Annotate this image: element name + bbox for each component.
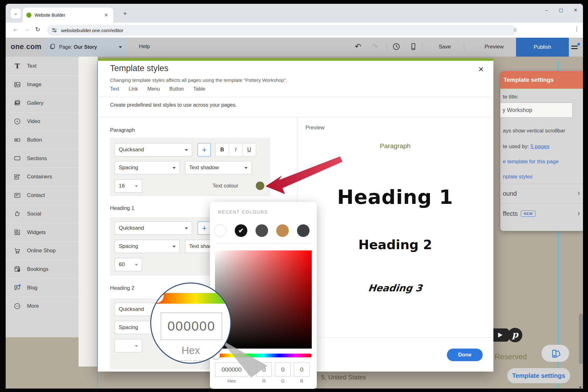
spacing-select[interactable]: Spacing: [115, 240, 180, 253]
browser-tab[interactable]: Website Builder ✕: [23, 8, 113, 23]
tab-link[interactable]: Link: [129, 86, 138, 92]
green-input[interactable]: [275, 362, 291, 377]
recent-colour-swatch[interactable]: [214, 224, 227, 237]
text-icon: T: [13, 62, 21, 70]
redo-icon[interactable]: ↷: [370, 42, 380, 52]
spacing-select[interactable]: Spacing: [115, 161, 180, 174]
sidebar-item-blog[interactable]: Blog: [6, 278, 79, 297]
done-button[interactable]: Done: [447, 349, 483, 361]
reload-icon[interactable]: ↻: [35, 26, 40, 33]
page-icon: [49, 43, 56, 51]
add-style-button[interactable]: +: [198, 143, 211, 156]
sidebar-item-video[interactable]: Video: [6, 112, 79, 131]
sidebar-item-gallery[interactable]: Gallery: [6, 93, 79, 112]
site-title-input[interactable]: [500, 103, 573, 118]
preview-heading3: Heading 3: [296, 283, 494, 294]
red-input[interactable]: [256, 362, 272, 377]
pinterest-icon[interactable]: p: [508, 328, 522, 342]
sidebar-item-button[interactable]: Button: [6, 131, 79, 149]
preview-label: Preview: [305, 125, 324, 131]
undo-icon[interactable]: ↶: [353, 42, 363, 52]
background-row-label[interactable]: ound: [503, 190, 517, 197]
browser-menu-icon[interactable]: ⋮: [574, 26, 579, 32]
magnifier-circle: 000000 Hex: [150, 283, 231, 364]
new-tab-button[interactable]: +: [121, 9, 129, 18]
sidebar-item-online-shop[interactable]: Online Shop: [6, 241, 79, 260]
window-maximize-button[interactable]: ▢: [558, 8, 564, 13]
sidebar-item-more[interactable]: More: [6, 297, 79, 315]
used-by-pages-link[interactable]: 5 pages: [530, 143, 550, 149]
recent-colour-swatch[interactable]: ✔: [235, 224, 247, 237]
sidebar-item-text[interactable]: TText: [6, 57, 79, 75]
close-icon[interactable]: ✕: [478, 65, 484, 74]
sidebar-item-containers[interactable]: Containers: [6, 167, 79, 186]
change-template-link[interactable]: e template for this page: [503, 159, 559, 165]
save-button[interactable]: Save: [439, 44, 451, 50]
chevron-right-icon[interactable]: ›: [577, 188, 580, 198]
forward-icon[interactable]: →: [24, 26, 30, 33]
tab-close-icon[interactable]: ✕: [103, 12, 109, 18]
recent-colour-swatch[interactable]: [297, 224, 310, 237]
sidebar-item-social[interactable]: Social: [6, 204, 79, 223]
bookmark-star-icon[interactable]: ☆: [513, 26, 518, 33]
toolbar-divider: [464, 43, 464, 52]
font-size-select[interactable]: 60: [115, 258, 142, 271]
widgets-icon: [13, 228, 21, 236]
page-selector[interactable]: Page:Our Story: [45, 38, 126, 57]
youtube-icon[interactable]: [491, 328, 509, 342]
hue-slider[interactable]: [215, 354, 312, 357]
back-icon[interactable]: ←: [13, 26, 19, 33]
font-select[interactable]: Quicksand: [115, 143, 192, 156]
tab-menu[interactable]: Menu: [147, 86, 160, 92]
address-bar: ← → ↻ websitebuilder.one.com/editor ☆ ⋮: [6, 23, 583, 38]
gallery-icon: [13, 99, 21, 107]
site-title-label: te title:: [503, 94, 519, 100]
contact-icon: [13, 192, 21, 199]
help-button[interactable]: Help: [139, 43, 150, 50]
sidebar-item-contact[interactable]: Contact: [6, 186, 79, 204]
sidebar-item-widgets[interactable]: Widgets: [6, 223, 79, 241]
font-size-select[interactable]: 16: [115, 179, 142, 193]
sidebar-item-bookings[interactable]: Bookings: [6, 260, 79, 278]
window-minimize-button[interactable]: –: [543, 8, 550, 13]
scrollbar-option-label: ays show vertical scrollbar: [503, 128, 565, 134]
style-swatchbook-button[interactable]: [541, 345, 569, 362]
blue-input[interactable]: [294, 362, 310, 377]
scrollbar-thumb[interactable]: [579, 314, 583, 364]
scrollbar-down-arrow[interactable]: ▼: [578, 385, 582, 389]
text-shadow-select[interactable]: Text shadow: [185, 161, 252, 174]
window-close-button[interactable]: ✕: [572, 8, 579, 13]
tab-button[interactable]: Button: [169, 86, 184, 92]
blue-label: B: [294, 378, 310, 384]
text-colour-swatch[interactable]: [256, 182, 264, 190]
history-icon[interactable]: [392, 42, 401, 52]
url-field[interactable]: websitebuilder.one.com/editor: [47, 25, 516, 36]
underline-button[interactable]: U: [242, 143, 256, 156]
sidebar-item-image[interactable]: Image: [6, 75, 79, 94]
recent-colour-swatch[interactable]: [276, 224, 289, 237]
site-settings-icon[interactable]: [52, 27, 57, 33]
effects-row-label[interactable]: ffectsNEW: [503, 210, 536, 217]
italic-button[interactable]: I: [229, 143, 243, 156]
template-styles-link[interactable]: nplate styles: [503, 174, 533, 180]
font-size-select[interactable]: [115, 339, 142, 352]
tab-search-button[interactable]: ⌄: [11, 8, 21, 19]
modal-intro-text: Create predefined text styles to use acr…: [110, 102, 237, 108]
add-style-button[interactable]: +: [198, 221, 211, 235]
preview-button[interactable]: Preview: [485, 44, 503, 50]
footer-address-text: 5, United States: [321, 374, 366, 381]
publish-button[interactable]: Publish: [516, 38, 569, 57]
hex-input[interactable]: [215, 362, 248, 377]
editor-menu-icon[interactable]: [571, 43, 580, 52]
tab-table[interactable]: Table: [193, 86, 205, 92]
recent-colour-swatch[interactable]: [256, 224, 268, 237]
bold-button[interactable]: B: [215, 143, 229, 156]
tab-text[interactable]: Text: [110, 86, 119, 92]
mobile-preview-icon[interactable]: [409, 42, 418, 52]
template-settings-button[interactable]: Template settings: [507, 368, 570, 383]
font-select[interactable]: Quicksand: [115, 221, 192, 235]
sections-icon: [13, 154, 21, 162]
chevron-right-icon[interactable]: ›: [577, 208, 580, 218]
swatchbook-icon: [550, 348, 561, 358]
sidebar-item-sections[interactable]: Sections: [6, 149, 79, 167]
